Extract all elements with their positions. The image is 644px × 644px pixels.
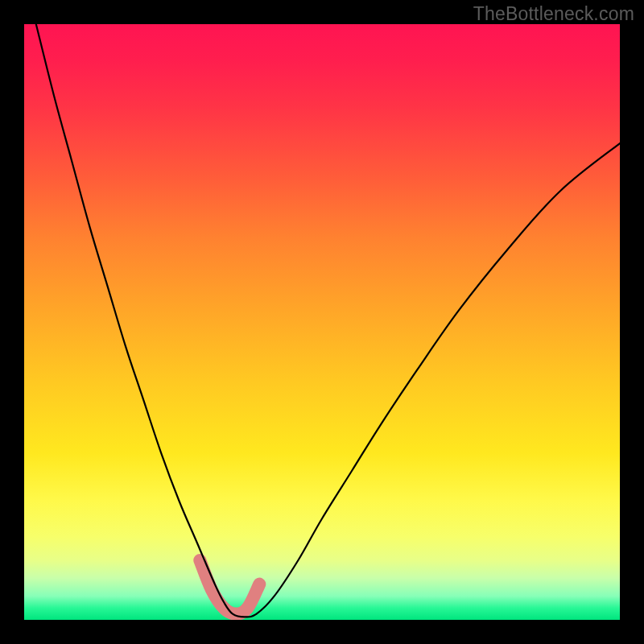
bottleneck-curve [36, 24, 620, 617]
chart-frame: TheBottleneck.com [0, 0, 644, 644]
curve-svg [24, 24, 620, 620]
plot-area [24, 24, 620, 620]
attribution-text: TheBottleneck.com [473, 3, 634, 25]
